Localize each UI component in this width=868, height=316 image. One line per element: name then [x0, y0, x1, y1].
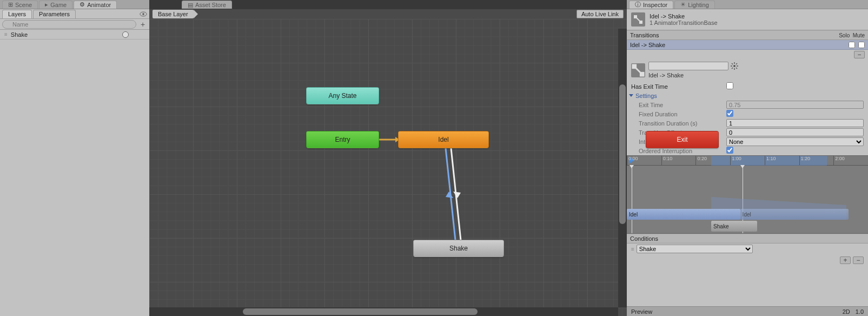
settings-foldout[interactable]: Settings	[627, 91, 868, 100]
interruption-source-select[interactable]: None	[726, 137, 864, 146]
asset-store-icon: ▤	[188, 2, 193, 9]
transition-name-subtitle: Idel -> Shake	[648, 72, 864, 78]
svg-marker-5	[446, 192, 453, 198]
svg-line-10	[636, 17, 640, 22]
transition-name-input[interactable]	[648, 62, 728, 70]
canvas-v-scrollbar[interactable]	[618, 29, 627, 307]
timeline-bar-idel[interactable]: Idel	[627, 209, 740, 220]
auto-live-link-toggle[interactable]: Auto Live Link	[577, 10, 624, 18]
ordered-interruption-checkbox[interactable]	[726, 147, 733, 154]
scene-icon: ⊞	[8, 1, 13, 8]
grip-icon: ≡	[4, 31, 6, 37]
svg-marker-7	[453, 192, 461, 198]
has-exit-time-label: Has Exit Time	[631, 83, 726, 90]
node-exit[interactable]: Exit	[646, 131, 719, 148]
condition-row[interactable]: ≡ Shake	[627, 243, 868, 254]
tab-animator[interactable]: ⚙Animator	[74, 1, 117, 9]
fixed-duration-label: Fixed Duration	[631, 111, 726, 117]
svg-line-19	[732, 63, 733, 64]
parameter-name: Shake	[11, 31, 118, 38]
svg-line-22	[732, 68, 733, 69]
inspector-subtitle: 1 AnimatorTransitionBase	[650, 19, 718, 26]
canvas-h-scrollbar[interactable]	[149, 307, 618, 316]
exit-time-label: Exit Time	[631, 102, 726, 108]
svg-line-13	[635, 67, 641, 74]
tab-game[interactable]: ▸Game	[39, 1, 72, 9]
parameter-search-input[interactable]	[2, 20, 136, 29]
gear-icon[interactable]	[731, 62, 738, 70]
animator-icon: ⚙	[79, 1, 85, 8]
tab-scene[interactable]: ⊞Scene	[2, 1, 38, 9]
add-parameter-button[interactable]: +	[138, 20, 147, 29]
timeline-bar-idel2[interactable]: Idel	[740, 209, 849, 220]
grip-icon: ≡	[631, 246, 633, 252]
trigger-radio[interactable]	[122, 31, 129, 38]
tab-asset-store[interactable]: ▤Asset Store	[182, 1, 232, 9]
transition-duration-label: Transition Duration (s)	[631, 120, 726, 127]
svg-line-4	[446, 148, 455, 240]
animator-canvas[interactable]: Any State Entry Idel Exit Shake	[149, 19, 627, 316]
transition-duration-input[interactable]	[726, 119, 864, 127]
svg-point-14	[733, 65, 736, 67]
remove-transition-button[interactable]: −	[854, 51, 865, 58]
preview-mode[interactable]: 2D	[843, 308, 850, 315]
transition-offset-input[interactable]	[726, 128, 864, 136]
timeline-marker-start[interactable]	[632, 166, 632, 233]
node-any-state[interactable]: Any State	[306, 87, 379, 104]
preview-value: 1.0	[856, 308, 864, 315]
preview-label[interactable]: Preview	[631, 308, 652, 315]
subtab-parameters[interactable]: Parameters	[33, 10, 76, 18]
subtab-layers[interactable]: Layers	[2, 10, 32, 18]
mute-checkbox[interactable]	[858, 42, 865, 48]
add-condition-button[interactable]: +	[840, 256, 851, 264]
svg-point-1	[142, 13, 144, 15]
inspector-title: Idel -> Shake	[650, 13, 718, 19]
transition-list-item[interactable]: Idel -> Shake	[627, 40, 868, 50]
lighting-icon: ☀	[680, 1, 686, 8]
svg-line-21	[736, 63, 737, 64]
exit-time-input[interactable]	[726, 101, 864, 109]
transition-timeline[interactable]: 0:00 0:10 0:20 1:00 1:10 1:20 2:00 Idel …	[627, 155, 868, 234]
chevron-down-icon	[629, 94, 633, 97]
condition-param-select[interactable]: Shake	[637, 245, 753, 253]
conditions-header: Conditions	[627, 234, 868, 243]
transition-icon	[631, 12, 645, 27]
tab-inspector[interactable]: ⓘInspector	[629, 1, 673, 9]
svg-line-20	[736, 68, 737, 69]
parameter-row[interactable]: ≡ Shake	[0, 30, 149, 40]
fixed-duration-checkbox[interactable]	[726, 110, 733, 117]
node-entry[interactable]: Entry	[306, 131, 379, 148]
ordered-interruption-label: Ordered Interruption	[631, 148, 726, 154]
solo-checkbox[interactable]	[849, 42, 855, 48]
svg-line-6	[451, 148, 461, 240]
transition-icon-small	[631, 63, 645, 77]
eye-icon[interactable]	[140, 10, 147, 18]
has-exit-time-checkbox[interactable]	[726, 82, 733, 89]
transitions-header: Transitions Solo Mute	[627, 30, 868, 40]
node-idel[interactable]: Idel	[398, 131, 489, 148]
remove-condition-button[interactable]: −	[853, 256, 864, 264]
tab-lighting[interactable]: ☀Lighting	[674, 1, 715, 9]
inspector-icon: ⓘ	[635, 1, 641, 9]
node-shake[interactable]: Shake	[413, 240, 504, 257]
timeline-bar-shake[interactable]: Shake	[711, 221, 757, 232]
game-icon: ▸	[45, 1, 48, 8]
breadcrumb-base-layer[interactable]: Base Layer	[153, 10, 194, 18]
